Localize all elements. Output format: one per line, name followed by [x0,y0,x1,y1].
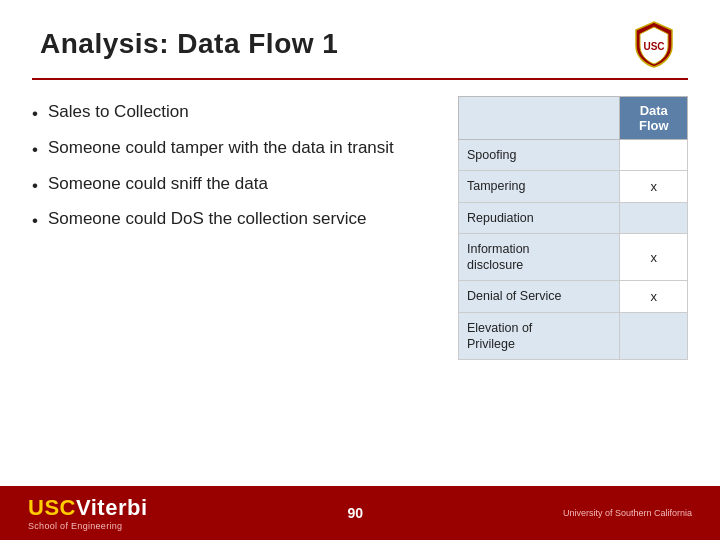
footer: USCViterbi School of Engineering 90 Univ… [0,486,720,540]
table-row: Elevation ofPrivilege [459,312,688,360]
list-item: • Someone could DoS the collection servi… [32,207,434,233]
bullet-text-4: Someone could DoS the collection service [48,207,366,231]
usc-viterbi-text: USCViterbi [28,495,148,521]
table-row: Denial of Service x [459,281,688,312]
usc-logo: USC [628,18,680,70]
svg-text:USC: USC [643,41,664,52]
threat-value-tampering: x [620,171,688,202]
list-item: • Someone could sniff the data [32,172,434,198]
usc-letters: USC [28,495,76,520]
stride-table: DataFlow Spoofing Tampering x Repudiatio… [458,96,688,360]
bullet-dot: • [32,102,38,126]
school-of-engineering: School of Engineering [28,521,122,531]
page-number: 90 [347,505,363,521]
bullet-text-2: Someone could tamper with the data in tr… [48,136,394,160]
bullet-dot: • [32,138,38,162]
threat-label-repudiation: Repudiation [459,202,620,233]
threat-value-repudiation [620,202,688,233]
table-row: Informationdisclosure x [459,233,688,281]
stride-table-container: DataFlow Spoofing Tampering x Repudiatio… [458,96,688,486]
bullet-text-1: Sales to Collection [48,100,189,124]
table-col-header: DataFlow [620,97,688,140]
page-title: Analysis: Data Flow 1 [40,28,338,60]
table-row: Tampering x [459,171,688,202]
university-name: University of Southern California [563,508,692,518]
threat-value-info: x [620,233,688,281]
slide: Analysis: Data Flow 1 USC • Sales to Col… [0,0,720,540]
viterbi-text: Viterbi [76,495,148,520]
threat-label-spoofing: Spoofing [459,140,620,171]
threat-value-eop [620,312,688,360]
table-row: Repudiation [459,202,688,233]
footer-logo: USCViterbi School of Engineering [28,495,148,531]
list-item: • Someone could tamper with the data in … [32,136,434,162]
threat-label-eop: Elevation ofPrivilege [459,312,620,360]
bullet-text-3: Someone could sniff the data [48,172,268,196]
threat-value-spoofing [620,140,688,171]
threat-label-tampering: Tampering [459,171,620,202]
list-item: • Sales to Collection [32,100,434,126]
table-empty-header [459,97,620,140]
bullet-dot: • [32,209,38,233]
main-content: • Sales to Collection • Someone could ta… [0,80,720,486]
bullet-dot: • [32,174,38,198]
threat-label-dos: Denial of Service [459,281,620,312]
threat-label-info: Informationdisclosure [459,233,620,281]
usc-name: USCViterbi [28,495,148,520]
threat-value-dos: x [620,281,688,312]
table-row: Spoofing [459,140,688,171]
bullet-list: • Sales to Collection • Someone could ta… [32,96,434,486]
header: Analysis: Data Flow 1 USC [0,0,720,78]
